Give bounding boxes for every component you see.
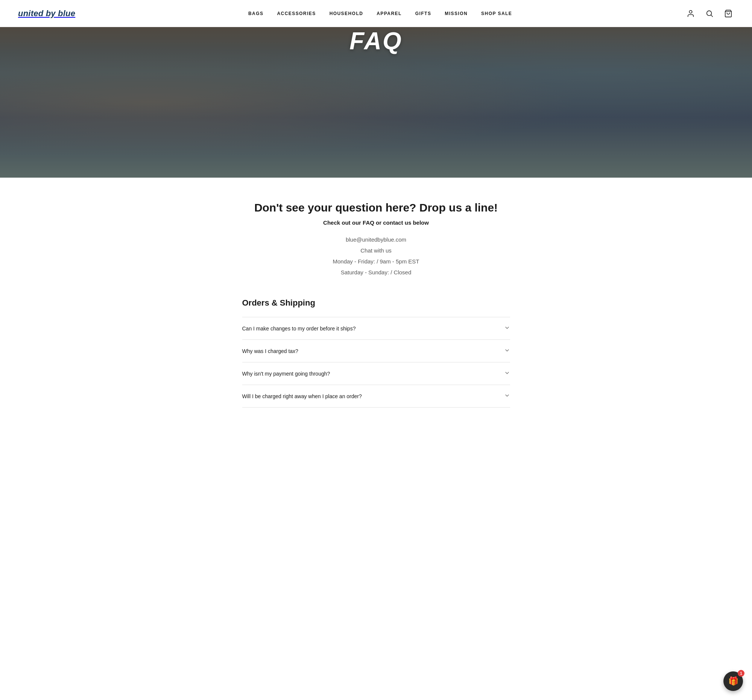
svg-point-1 bbox=[707, 11, 712, 16]
contact-info: blue@unitedbyblue.com Chat with us Monda… bbox=[242, 236, 510, 275]
nav-item-shop-sale[interactable]: SHOP SALE bbox=[481, 11, 512, 16]
contact-email[interactable]: blue@unitedbyblue.com bbox=[242, 236, 510, 243]
search-button[interactable] bbox=[704, 8, 715, 19]
intro-headline: Don't see your question here? Drop us a … bbox=[242, 200, 510, 215]
faq-question: Can I make changes to my order before it… bbox=[242, 325, 356, 331]
header-icons bbox=[685, 8, 734, 19]
hero-title: FAQ bbox=[0, 27, 752, 55]
weekend-hours: Saturday - Sunday: / Closed bbox=[242, 269, 510, 275]
nav-item-mission[interactable]: MISSION bbox=[444, 11, 468, 16]
cart-icon bbox=[724, 9, 732, 18]
faq-question: Why was I charged tax? bbox=[242, 348, 298, 354]
chevron-down-icon bbox=[504, 347, 510, 355]
faq-item[interactable]: Why isn't my payment going through? bbox=[242, 362, 510, 385]
main-content: Don't see your question here? Drop us a … bbox=[233, 177, 519, 438]
nav-item-gifts[interactable]: GIFTS bbox=[415, 11, 432, 16]
faq-question: Why isn't my payment going through? bbox=[242, 371, 330, 377]
faq-item[interactable]: Will I be charged right away when I plac… bbox=[242, 385, 510, 408]
svg-point-0 bbox=[689, 10, 692, 13]
chevron-down-icon bbox=[504, 392, 510, 400]
site-header: united by blue BAGSACCESSORIESHOUSEHOLDA… bbox=[0, 0, 752, 27]
site-logo[interactable]: united by blue bbox=[18, 9, 75, 19]
faq-section-title: Orders & Shipping bbox=[242, 298, 510, 308]
nav-item-apparel[interactable]: APPAREL bbox=[376, 11, 402, 16]
hero-section: FAQ bbox=[0, 27, 752, 177]
intro-section: Don't see your question here? Drop us a … bbox=[242, 200, 510, 275]
cart-button[interactable] bbox=[722, 8, 734, 19]
nav-item-bags[interactable]: BAGS bbox=[248, 11, 263, 16]
chat-link[interactable]: Chat with us bbox=[242, 247, 510, 254]
login-button[interactable] bbox=[685, 8, 696, 19]
main-nav: BAGSACCESSORIESHOUSEHOLDAPPARELGIFTSMISS… bbox=[248, 11, 512, 16]
weekday-hours: Monday - Friday: / 9am - 5pm EST bbox=[242, 258, 510, 264]
faq-items-list: Can I make changes to my order before it… bbox=[242, 317, 510, 408]
faq-question: Will I be charged right away when I plac… bbox=[242, 393, 362, 399]
chevron-down-icon bbox=[504, 370, 510, 377]
nav-item-accessories[interactable]: ACCESSORIES bbox=[277, 11, 315, 16]
chevron-down-icon bbox=[504, 325, 510, 332]
user-icon bbox=[687, 9, 695, 18]
svg-line-2 bbox=[711, 15, 713, 17]
intro-subheadline: Check out our FAQ or contact us below bbox=[242, 219, 510, 226]
faq-item[interactable]: Why was I charged tax? bbox=[242, 339, 510, 362]
nav-item-household[interactable]: HOUSEHOLD bbox=[329, 11, 364, 16]
faq-section: Orders & Shipping Can I make changes to … bbox=[242, 298, 510, 408]
search-icon bbox=[705, 9, 714, 18]
faq-item[interactable]: Can I make changes to my order before it… bbox=[242, 317, 510, 339]
